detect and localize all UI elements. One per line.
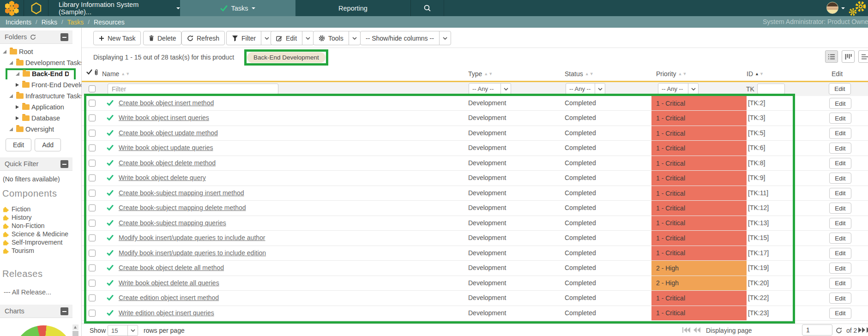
- show-hide-dropdown-toggle[interactable]: [439, 31, 451, 45]
- task-name-link[interactable]: Modify book insert/update queries to inc…: [119, 249, 266, 257]
- row-checkbox[interactable]: [89, 204, 96, 211]
- row-checkbox[interactable]: [89, 310, 96, 317]
- folder-add-button[interactable]: Add: [35, 138, 61, 151]
- refresh-icon[interactable]: [30, 34, 36, 40]
- component-item[interactable]: Science & Medicine: [3, 230, 68, 238]
- sidebar-scrollbar[interactable]: [72, 324, 78, 336]
- column-header-status[interactable]: Status ▲▼: [565, 70, 594, 78]
- row-checkbox[interactable]: [89, 234, 96, 241]
- column-header-priority[interactable]: Priority ▲▼: [656, 70, 687, 78]
- page-number-input[interactable]: [802, 324, 832, 336]
- user-avatar[interactable]: [826, 2, 838, 14]
- refresh-icon[interactable]: [836, 327, 842, 334]
- row-edit-button[interactable]: Edit: [829, 278, 851, 289]
- breadcrumb-item[interactable]: Risks: [42, 18, 57, 26]
- collapse-folders-button[interactable]: [60, 33, 68, 41]
- first-page-icon[interactable]: [682, 327, 690, 333]
- new-task-button[interactable]: New Task: [93, 31, 141, 45]
- tab-reporting[interactable]: Reporting: [295, 0, 411, 16]
- edit-split-button[interactable]: Edit: [271, 31, 314, 45]
- breadcrumb-item[interactable]: Incidents: [6, 18, 31, 26]
- tree-expander-icon[interactable]: [16, 105, 19, 109]
- sort-arrows-icon[interactable]: ▲▼: [755, 72, 764, 76]
- delete-button[interactable]: Delete: [143, 31, 181, 45]
- row-edit-button[interactable]: Edit: [829, 158, 851, 169]
- task-name-link[interactable]: Write book object update queries: [119, 144, 213, 151]
- folder-tree-item[interactable]: Back-End Development: [0, 68, 81, 79]
- sort-arrows-icon[interactable]: ▲▼: [121, 72, 130, 76]
- folder-tree-item[interactable]: Database: [0, 113, 81, 124]
- breadcrumb-item[interactable]: Tasks: [67, 18, 84, 26]
- all-releases-item[interactable]: --- All Release...: [4, 288, 51, 296]
- tree-expander-icon[interactable]: [16, 116, 19, 120]
- filter-row-edit-button[interactable]: Edit: [829, 83, 851, 95]
- settings-gears-icon[interactable]: [848, 0, 867, 16]
- task-name-link[interactable]: Create book object delete all method: [119, 264, 224, 271]
- scrollbar-thumb[interactable]: [72, 331, 78, 336]
- task-name-link[interactable]: Write book object delete all queries: [119, 279, 219, 287]
- search-button[interactable]: [411, 0, 444, 16]
- breadcrumb-item[interactable]: Resources: [94, 18, 125, 26]
- sort-arrows-icon[interactable]: ▲▼: [484, 72, 493, 76]
- row-checkbox[interactable]: [89, 114, 96, 121]
- folder-tree-item[interactable]: Infrastructure Tasks: [0, 90, 81, 102]
- row-checkbox[interactable]: [89, 220, 96, 227]
- tree-expander-icon[interactable]: [16, 72, 19, 76]
- row-edit-button[interactable]: Edit: [829, 248, 851, 259]
- tree-expander-icon[interactable]: [9, 61, 13, 65]
- row-edit-button[interactable]: Edit: [829, 128, 851, 139]
- component-item[interactable]: Non-Fiction: [3, 222, 68, 230]
- task-name-link[interactable]: Write book object delete query: [119, 174, 206, 181]
- row-edit-button[interactable]: Edit: [829, 203, 851, 214]
- task-name-link[interactable]: Create book-subject mapping delete metho…: [119, 204, 246, 211]
- folder-filter-badge[interactable]: Back-End Development: [247, 52, 326, 63]
- task-name-link[interactable]: Create book object delete method: [119, 159, 216, 167]
- row-checkbox[interactable]: [89, 130, 96, 137]
- column-header-type[interactable]: Type ▲▼: [468, 70, 493, 78]
- row-checkbox[interactable]: [89, 174, 96, 181]
- row-edit-button[interactable]: Edit: [829, 263, 851, 274]
- row-edit-button[interactable]: Edit: [829, 308, 851, 319]
- tools-dropdown-toggle[interactable]: [349, 31, 360, 45]
- folder-tree-item[interactable]: Front-End Development: [0, 79, 81, 90]
- component-item[interactable]: Tourism: [3, 246, 68, 255]
- folder-edit-button[interactable]: Edit: [6, 138, 31, 151]
- edit-dropdown-toggle[interactable]: [302, 31, 313, 45]
- task-name-link[interactable]: Modify book insert/update queries to inc…: [119, 234, 265, 241]
- prev-page-icon[interactable]: [693, 327, 700, 333]
- task-name-link[interactable]: Write edition object insert queries: [119, 309, 214, 317]
- tree-expander-icon[interactable]: [9, 127, 13, 131]
- row-checkbox[interactable]: [89, 250, 96, 257]
- tree-expander-icon[interactable]: [3, 50, 6, 54]
- type-filter-select[interactable]: -- Any --: [469, 83, 511, 95]
- row-checkbox[interactable]: [89, 100, 96, 107]
- folder-tree-item[interactable]: Oversight: [0, 124, 81, 135]
- component-item[interactable]: Fiction: [3, 205, 68, 213]
- column-header-id[interactable]: ID ▲▼: [747, 70, 764, 78]
- component-item[interactable]: History: [3, 213, 68, 222]
- tree-expander-icon[interactable]: [9, 94, 13, 98]
- row-edit-button[interactable]: Edit: [829, 218, 851, 229]
- row-checkbox[interactable]: [89, 190, 96, 197]
- view-toggle-board[interactable]: [842, 50, 855, 63]
- task-name-link[interactable]: Create book-subject mapping queries: [119, 219, 226, 227]
- column-header-name[interactable]: Name ▲▼: [102, 70, 130, 78]
- row-edit-button[interactable]: Edit: [829, 233, 851, 244]
- scroll-up-button[interactable]: [72, 324, 78, 330]
- row-edit-button[interactable]: Edit: [829, 113, 851, 124]
- view-toggle-split[interactable]: [858, 50, 868, 63]
- folder-tree-item[interactable]: Development Tasks: [0, 57, 81, 68]
- task-name-link[interactable]: Create edition object insert method: [119, 294, 219, 301]
- row-edit-button[interactable]: Edit: [829, 98, 851, 109]
- task-name-link[interactable]: Write book object insert queries: [119, 114, 209, 121]
- task-name-link[interactable]: Create book object insert method: [119, 99, 214, 107]
- next-page-icon[interactable]: [858, 327, 866, 333]
- sort-arrows-icon[interactable]: ▲▼: [678, 72, 687, 76]
- select-all-check-icon[interactable]: [86, 69, 92, 75]
- row-checkbox[interactable]: [89, 144, 96, 151]
- filter-split-button[interactable]: Filter: [226, 31, 273, 45]
- id-filter-input[interactable]: [757, 84, 785, 94]
- page-size-select[interactable]: 15: [108, 325, 138, 336]
- folder-tree-item[interactable]: Application: [0, 102, 81, 113]
- tree-expander-icon[interactable]: [16, 83, 19, 87]
